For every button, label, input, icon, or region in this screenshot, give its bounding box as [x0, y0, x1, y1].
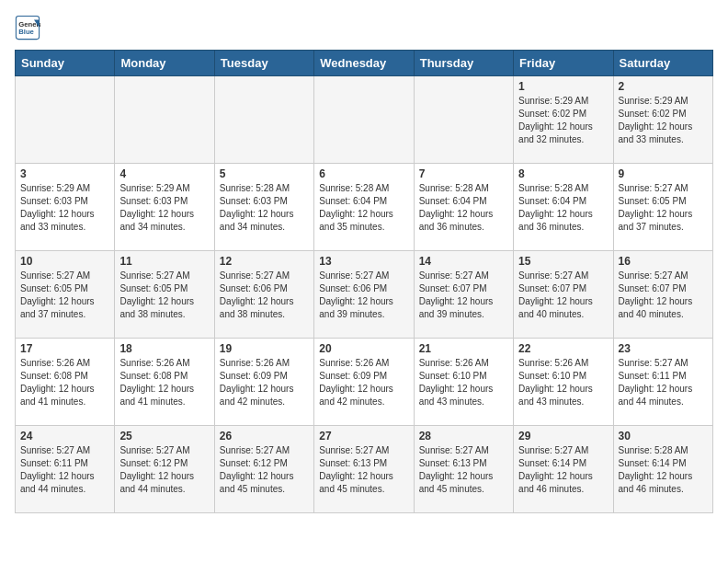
- logo: General Blue: [15, 15, 44, 40]
- calendar-cell: 26Sunrise: 5:27 AM Sunset: 6:12 PM Dayli…: [214, 426, 313, 513]
- calendar-cell: [115, 76, 214, 164]
- calendar-cell: 15Sunrise: 5:27 AM Sunset: 6:07 PM Dayli…: [514, 251, 613, 339]
- day-info: Sunrise: 5:29 AM Sunset: 6:02 PM Dayligh…: [518, 95, 608, 146]
- day-info: Sunrise: 5:27 AM Sunset: 6:11 PM Dayligh…: [619, 357, 708, 408]
- day-info: Sunrise: 5:28 AM Sunset: 6:04 PM Dayligh…: [319, 182, 408, 234]
- calendar-cell: 17Sunrise: 5:26 AM Sunset: 6:08 PM Dayli…: [16, 339, 115, 426]
- calendar-cell: 28Sunrise: 5:27 AM Sunset: 6:13 PM Dayli…: [414, 426, 513, 513]
- calendar-header: SundayMondayTuesdayWednesdayThursdayFrid…: [16, 51, 713, 76]
- day-info: Sunrise: 5:26 AM Sunset: 6:10 PM Dayligh…: [419, 357, 508, 408]
- calendar-cell: 1Sunrise: 5:29 AM Sunset: 6:02 PM Daylig…: [514, 76, 613, 164]
- weekday-header-thursday: Thursday: [414, 51, 513, 76]
- calendar-cell: 30Sunrise: 5:28 AM Sunset: 6:14 PM Dayli…: [613, 426, 712, 513]
- day-info: Sunrise: 5:27 AM Sunset: 6:07 PM Dayligh…: [619, 270, 708, 321]
- calendar-cell: [214, 76, 313, 164]
- day-info: Sunrise: 5:27 AM Sunset: 6:06 PM Dayligh…: [319, 270, 408, 321]
- day-number: 22: [518, 342, 608, 355]
- day-info: Sunrise: 5:27 AM Sunset: 6:12 PM Dayligh…: [220, 444, 309, 496]
- calendar-cell: 10Sunrise: 5:27 AM Sunset: 6:05 PM Dayli…: [16, 251, 115, 339]
- day-number: 5: [220, 167, 309, 180]
- day-info: Sunrise: 5:28 AM Sunset: 6:04 PM Dayligh…: [419, 182, 508, 234]
- day-number: 9: [619, 167, 708, 180]
- calendar-cell: [414, 76, 513, 164]
- calendar-cell: 9Sunrise: 5:27 AM Sunset: 6:05 PM Daylig…: [613, 164, 712, 251]
- day-number: 16: [619, 255, 708, 268]
- day-info: Sunrise: 5:26 AM Sunset: 6:08 PM Dayligh…: [119, 357, 209, 408]
- day-info: Sunrise: 5:26 AM Sunset: 6:09 PM Dayligh…: [319, 357, 408, 408]
- day-number: 17: [20, 342, 109, 355]
- day-info: Sunrise: 5:28 AM Sunset: 6:03 PM Dayligh…: [220, 182, 309, 234]
- day-number: 1: [518, 80, 608, 93]
- calendar-cell: 14Sunrise: 5:27 AM Sunset: 6:07 PM Dayli…: [414, 251, 513, 339]
- calendar-cell: [314, 76, 414, 164]
- day-info: Sunrise: 5:28 AM Sunset: 6:04 PM Dayligh…: [518, 182, 608, 234]
- week-row-3: 17Sunrise: 5:26 AM Sunset: 6:08 PM Dayli…: [16, 339, 713, 426]
- calendar-cell: 24Sunrise: 5:27 AM Sunset: 6:11 PM Dayli…: [16, 426, 115, 513]
- day-number: 23: [619, 342, 708, 355]
- weekday-header-row: SundayMondayTuesdayWednesdayThursdayFrid…: [16, 51, 713, 76]
- calendar-cell: 25Sunrise: 5:27 AM Sunset: 6:12 PM Dayli…: [115, 426, 214, 513]
- day-info: Sunrise: 5:27 AM Sunset: 6:13 PM Dayligh…: [419, 444, 508, 496]
- day-number: 11: [119, 255, 209, 268]
- weekday-header-friday: Friday: [514, 51, 613, 76]
- day-number: 29: [518, 430, 608, 442]
- calendar-body: 1Sunrise: 5:29 AM Sunset: 6:02 PM Daylig…: [16, 76, 713, 513]
- day-info: Sunrise: 5:27 AM Sunset: 6:05 PM Dayligh…: [119, 270, 209, 321]
- day-number: 24: [20, 430, 109, 442]
- day-number: 15: [518, 255, 608, 268]
- calendar-cell: 19Sunrise: 5:26 AM Sunset: 6:09 PM Dayli…: [214, 339, 313, 426]
- day-number: 2: [619, 80, 708, 93]
- calendar-cell: 12Sunrise: 5:27 AM Sunset: 6:06 PM Dayli…: [214, 251, 313, 339]
- calendar-cell: 29Sunrise: 5:27 AM Sunset: 6:14 PM Dayli…: [514, 426, 613, 513]
- calendar-cell: 23Sunrise: 5:27 AM Sunset: 6:11 PM Dayli…: [613, 339, 712, 426]
- header: General Blue: [15, 15, 713, 40]
- calendar-cell: 22Sunrise: 5:26 AM Sunset: 6:10 PM Dayli…: [514, 339, 613, 426]
- day-info: Sunrise: 5:27 AM Sunset: 6:14 PM Dayligh…: [518, 444, 608, 496]
- calendar-cell: 20Sunrise: 5:26 AM Sunset: 6:09 PM Dayli…: [314, 339, 414, 426]
- calendar-cell: [16, 76, 115, 164]
- day-info: Sunrise: 5:26 AM Sunset: 6:08 PM Dayligh…: [20, 357, 109, 408]
- day-info: Sunrise: 5:26 AM Sunset: 6:09 PM Dayligh…: [220, 357, 309, 408]
- day-info: Sunrise: 5:29 AM Sunset: 6:03 PM Dayligh…: [119, 182, 209, 234]
- day-info: Sunrise: 5:27 AM Sunset: 6:05 PM Dayligh…: [20, 270, 109, 321]
- calendar-cell: 16Sunrise: 5:27 AM Sunset: 6:07 PM Dayli…: [613, 251, 712, 339]
- logo-icon: General Blue: [15, 15, 40, 40]
- calendar-cell: 3Sunrise: 5:29 AM Sunset: 6:03 PM Daylig…: [16, 164, 115, 251]
- day-info: Sunrise: 5:28 AM Sunset: 6:14 PM Dayligh…: [619, 444, 708, 496]
- day-info: Sunrise: 5:27 AM Sunset: 6:07 PM Dayligh…: [518, 270, 608, 321]
- calendar-cell: 4Sunrise: 5:29 AM Sunset: 6:03 PM Daylig…: [115, 164, 214, 251]
- day-info: Sunrise: 5:27 AM Sunset: 6:05 PM Dayligh…: [619, 182, 708, 234]
- calendar-table: SundayMondayTuesdayWednesdayThursdayFrid…: [15, 50, 713, 513]
- day-number: 18: [119, 342, 209, 355]
- day-info: Sunrise: 5:29 AM Sunset: 6:03 PM Dayligh…: [20, 182, 109, 234]
- weekday-header-sunday: Sunday: [16, 51, 115, 76]
- weekday-header-monday: Monday: [115, 51, 214, 76]
- day-number: 12: [220, 255, 309, 268]
- day-info: Sunrise: 5:29 AM Sunset: 6:02 PM Dayligh…: [619, 95, 708, 146]
- calendar-cell: 2Sunrise: 5:29 AM Sunset: 6:02 PM Daylig…: [613, 76, 712, 164]
- day-number: 26: [220, 430, 309, 442]
- calendar-cell: 21Sunrise: 5:26 AM Sunset: 6:10 PM Dayli…: [414, 339, 513, 426]
- weekday-header-tuesday: Tuesday: [214, 51, 313, 76]
- day-number: 20: [319, 342, 408, 355]
- day-number: 6: [319, 167, 408, 180]
- day-number: 21: [419, 342, 508, 355]
- day-number: 25: [119, 430, 209, 442]
- calendar-cell: 11Sunrise: 5:27 AM Sunset: 6:05 PM Dayli…: [115, 251, 214, 339]
- day-number: 4: [119, 167, 209, 180]
- day-number: 10: [20, 255, 109, 268]
- day-number: 30: [619, 430, 708, 442]
- day-number: 28: [419, 430, 508, 442]
- day-number: 19: [220, 342, 309, 355]
- day-number: 7: [419, 167, 508, 180]
- calendar-cell: 27Sunrise: 5:27 AM Sunset: 6:13 PM Dayli…: [314, 426, 414, 513]
- day-number: 13: [319, 255, 408, 268]
- day-number: 3: [20, 167, 109, 180]
- calendar-cell: 5Sunrise: 5:28 AM Sunset: 6:03 PM Daylig…: [214, 164, 313, 251]
- svg-text:Blue: Blue: [18, 28, 34, 36]
- day-number: 8: [518, 167, 608, 180]
- week-row-1: 3Sunrise: 5:29 AM Sunset: 6:03 PM Daylig…: [16, 164, 713, 251]
- week-row-2: 10Sunrise: 5:27 AM Sunset: 6:05 PM Dayli…: [16, 251, 713, 339]
- calendar-cell: 18Sunrise: 5:26 AM Sunset: 6:08 PM Dayli…: [115, 339, 214, 426]
- day-number: 14: [419, 255, 508, 268]
